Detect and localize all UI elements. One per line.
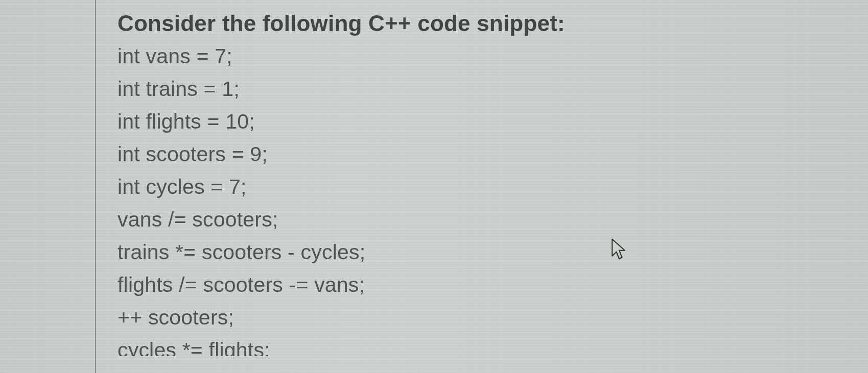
- code-line: int flights = 10;: [118, 105, 565, 138]
- code-line: int scooters = 9;: [118, 138, 565, 170]
- code-line: trains *= scooters - cycles;: [118, 236, 565, 268]
- code-line: ++ scooters;: [118, 301, 565, 334]
- code-line: int trains = 1;: [118, 72, 565, 105]
- question-content: Consider the following C++ code snippet:…: [118, 7, 565, 356]
- code-line: cycles *= flights;: [118, 334, 565, 356]
- code-line: flights /= scooters -= vans;: [118, 268, 565, 301]
- question-heading: Consider the following C++ code snippet:: [118, 7, 565, 40]
- code-line: int vans = 7;: [118, 40, 565, 72]
- cursor-icon: [611, 238, 628, 260]
- code-line: vans /= scooters;: [118, 203, 565, 236]
- vertical-rule: [95, 0, 96, 373]
- code-line: int cycles = 7;: [118, 170, 565, 203]
